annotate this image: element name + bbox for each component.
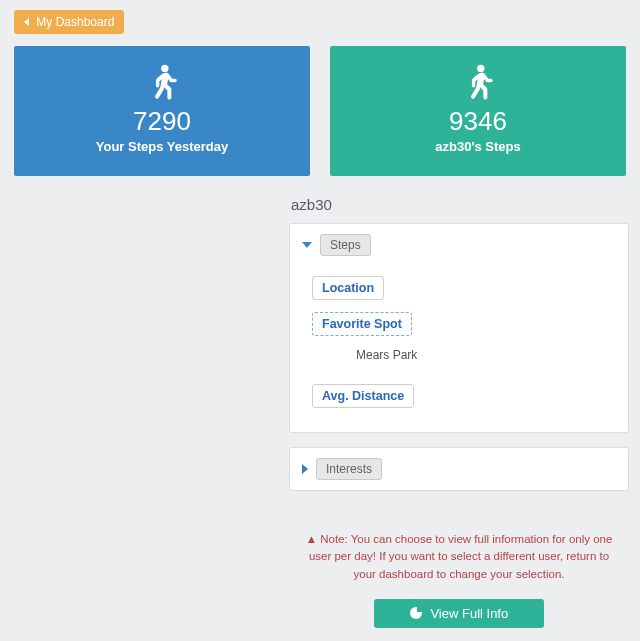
interests-panel: Interests — [289, 447, 629, 491]
my-dashboard-top-label: My Dashboard — [36, 15, 114, 29]
user-steps-card: 9346 azb30's Steps — [330, 46, 626, 176]
user-steps-value: 9346 — [340, 106, 616, 137]
your-steps-label: Your Steps Yesterday — [24, 139, 300, 154]
your-steps-value: 7290 — [24, 106, 300, 137]
steps-panel-header[interactable]: Steps — [290, 224, 628, 266]
user-steps-label: azb30's Steps — [340, 139, 616, 154]
my-dashboard-top-button[interactable]: My Dashboard — [14, 10, 124, 34]
warning-icon: ▲ — [306, 533, 317, 545]
interests-panel-header[interactable]: Interests — [290, 448, 628, 490]
walking-icon — [461, 64, 495, 104]
steps-panel-body: Location Favorite Spot Mears Park Avg. D… — [290, 266, 628, 432]
note-text: ▲ Note: You can choose to view full info… — [289, 531, 629, 583]
chevron-down-icon — [302, 242, 312, 248]
location-button[interactable]: Location — [312, 276, 384, 300]
steps-panel: Steps Location Favorite Spot Mears Park … — [289, 223, 629, 433]
profile-username: azb30 — [289, 196, 629, 213]
steps-chip: Steps — [320, 234, 371, 256]
view-full-info-label: View Full Info — [430, 606, 508, 621]
stat-cards: 7290 Your Steps Yesterday 9346 azb30's S… — [14, 46, 626, 176]
chevron-right-icon — [302, 464, 308, 474]
chevron-left-icon — [24, 18, 29, 26]
walking-icon — [145, 64, 179, 104]
pie-chart-icon — [410, 607, 422, 619]
note-message: Note: You can choose to view full inform… — [309, 533, 613, 580]
svg-point-0 — [161, 65, 168, 72]
view-full-info-button[interactable]: View Full Info — [374, 599, 544, 628]
your-steps-card: 7290 Your Steps Yesterday — [14, 46, 310, 176]
favorite-spot-value: Mears Park — [356, 348, 606, 362]
favorite-spot-button[interactable]: Favorite Spot — [312, 312, 412, 336]
svg-point-1 — [477, 65, 484, 72]
interests-chip: Interests — [316, 458, 382, 480]
avg-distance-button[interactable]: Avg. Distance — [312, 384, 414, 408]
